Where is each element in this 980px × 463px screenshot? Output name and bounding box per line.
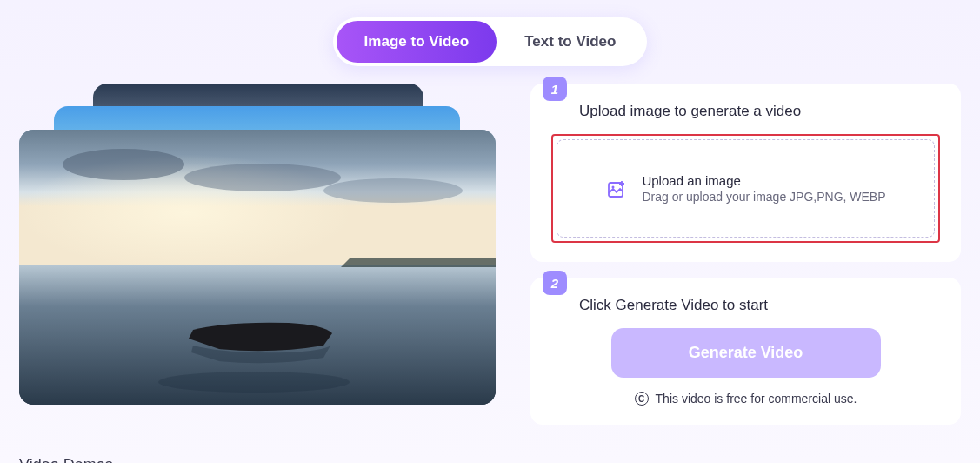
step-card-1: 1 Upload image to generate a video Uploa… [530, 84, 961, 262]
svg-point-6 [158, 372, 350, 393]
upload-primary-text: Upload an image [642, 173, 885, 188]
commercial-use-note: C This video is free for commercial use. [551, 392, 940, 406]
step-2-title: Click Generate Video to start [579, 297, 940, 314]
image-plus-icon [605, 178, 628, 200]
svg-point-4 [323, 178, 463, 203]
tab-image-to-video[interactable]: Image to Video [337, 21, 497, 63]
step-1-title: Upload image to generate a video [579, 103, 940, 120]
svg-point-3 [184, 164, 341, 191]
generate-video-button[interactable]: Generate Video [611, 328, 881, 378]
demo-preview-panel: Video Demos [19, 84, 496, 463]
video-demos-heading: Video Demos [19, 456, 496, 463]
demo-image-stack [19, 84, 496, 404]
commercial-note-text: This video is free for commercial use. [656, 392, 857, 406]
tab-text-to-video[interactable]: Text to Video [497, 21, 643, 63]
tabs-container: Image to Video Text to Video [333, 17, 648, 66]
upload-zone-highlight: Upload an image Drag or upload your imag… [551, 134, 940, 243]
step-badge-1: 1 [543, 77, 567, 101]
mode-tabs: Image to Video Text to Video [0, 0, 980, 84]
steps-panel: 1 Upload image to generate a video Uploa… [530, 84, 961, 463]
step-card-2: 2 Click Generate Video to start Generate… [530, 278, 961, 425]
demo-image-front[interactable] [19, 130, 496, 405]
upload-text-group: Upload an image Drag or upload your imag… [642, 173, 885, 204]
upload-secondary-text: Drag or upload your image JPG,PNG, WEBP [642, 190, 885, 204]
upload-dropzone[interactable]: Upload an image Drag or upload your imag… [557, 139, 935, 238]
copyright-icon: C [635, 392, 649, 406]
main-content: Video Demos 1 Upload image to generate a… [0, 84, 980, 463]
step-badge-2: 2 [543, 271, 567, 295]
svg-point-2 [63, 149, 184, 180]
